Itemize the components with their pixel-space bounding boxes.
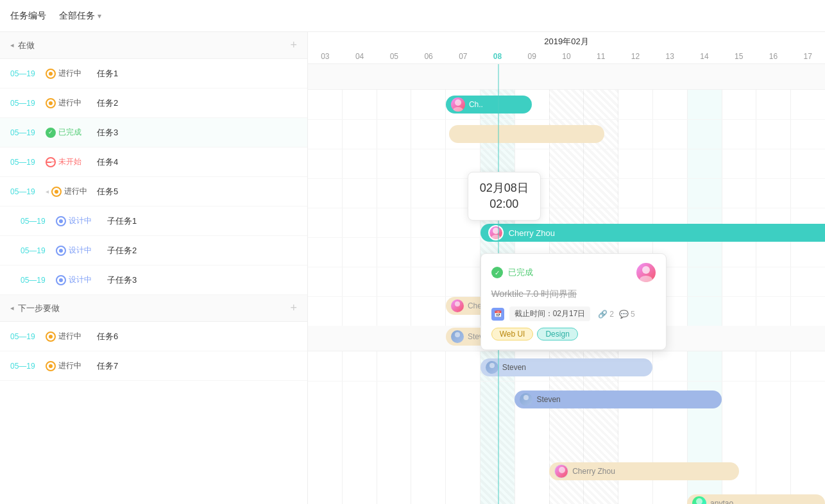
avatar xyxy=(451,97,465,112)
bar-label: Cherry Zhou xyxy=(572,467,615,476)
gantt-day: 17 xyxy=(790,52,825,61)
svg-point-3 xyxy=(491,235,500,239)
bar-label: Steven xyxy=(502,363,526,372)
gantt-body: Ch.. Cherry Zhou xyxy=(308,64,825,504)
task-name[interactable]: 任务6 xyxy=(97,331,118,342)
task-name[interactable]: 子任务2 xyxy=(107,245,137,256)
task-status: 进行中 xyxy=(46,97,97,108)
status-in-progress-icon xyxy=(51,187,62,197)
gantt-day: 11 xyxy=(584,52,618,61)
status-label: 进行中 xyxy=(64,186,87,197)
gantt-bar-task6-cherry[interactable]: Cherry Zhou xyxy=(549,462,739,480)
svg-point-6 xyxy=(489,363,495,368)
task-date: 05—19 xyxy=(10,128,46,137)
tag-webui[interactable]: Web UI xyxy=(491,328,534,340)
gantt-col xyxy=(411,64,446,504)
status-label: 进行中 xyxy=(58,331,81,342)
svg-point-10 xyxy=(642,266,650,274)
avatar xyxy=(488,225,504,240)
task-status: 未开始 xyxy=(46,156,97,167)
task-status: 进行中 xyxy=(46,331,97,342)
task-date: 05—19 xyxy=(10,362,46,371)
task-name[interactable]: 子任务1 xyxy=(107,215,137,227)
gantt-day: 14 xyxy=(687,52,722,61)
task-status: 设计中 xyxy=(56,215,107,226)
gantt-day: 09 xyxy=(515,52,549,61)
svg-point-0 xyxy=(455,99,461,106)
group-name-next: 下一步要做 xyxy=(18,303,290,314)
gantt-day: 12 xyxy=(618,52,653,61)
task-name[interactable]: 子任务3 xyxy=(107,274,137,286)
gantt-col xyxy=(377,64,412,504)
chevron-icon: ▾ xyxy=(98,12,101,21)
gantt-bar-task7-anytao[interactable]: anytao xyxy=(687,494,825,504)
svg-point-8 xyxy=(559,467,565,473)
all-tasks-label: 全部任务 xyxy=(59,10,95,22)
task-date: 05—19 xyxy=(10,99,46,108)
popup-title: Worktile 7.0 时间界面 xyxy=(491,289,656,300)
status-designing-icon xyxy=(56,246,66,256)
bar-label: Ch.. xyxy=(469,100,483,109)
task-name[interactable]: 任务1 xyxy=(97,68,118,80)
popup-comments: 💬 5 xyxy=(619,310,635,319)
task-name[interactable]: 任务2 xyxy=(97,97,118,109)
svg-point-9 xyxy=(696,498,702,504)
date-tooltip: 02月08日 02:00 xyxy=(468,172,541,221)
task-date: 05—19 xyxy=(21,217,56,226)
popup-meta: 📅 截止时间：02月17日 🔗 2 💬 5 xyxy=(491,307,656,321)
all-tasks-dropdown[interactable]: 全部任务 ▾ xyxy=(59,10,101,22)
task-date: 05—19 xyxy=(10,158,46,167)
gantt-bar-task2[interactable] xyxy=(449,125,604,143)
task-name[interactable]: 任务7 xyxy=(97,360,118,372)
gantt-day: 07 xyxy=(446,52,481,61)
status-label: 进行中 xyxy=(58,68,81,79)
status-label: 进行中 xyxy=(58,360,81,371)
gantt-day: 13 xyxy=(652,52,687,61)
bar-label: anytao xyxy=(710,499,733,504)
main-area: ◂ 在做 + 05—19 进行中 任务1 05—19 进行中 xyxy=(0,32,825,504)
group-add-button-next[interactable]: + xyxy=(290,301,297,315)
gantt-bar-subtask-steven1[interactable]: Steven xyxy=(481,358,653,376)
avatar xyxy=(692,496,706,504)
header: 任务编号 全部任务 ▾ xyxy=(0,0,825,32)
status-designing-icon xyxy=(56,275,66,285)
task-name[interactable]: 任务4 xyxy=(97,156,118,168)
gantt-bar-subtask-steven2[interactable]: Steven xyxy=(515,391,721,408)
subtask-row: 05—19 设计中 子任务3 xyxy=(0,265,307,295)
gantt-col-highlight xyxy=(688,64,722,504)
left-panel: ◂ 在做 + 05—19 进行中 任务1 05—19 进行中 xyxy=(0,32,308,504)
expand-arrow-icon[interactable]: ◂ xyxy=(46,188,49,195)
gantt-bar-task3-cherry[interactable]: Cherry Zhou xyxy=(481,224,825,242)
subtask-row: 05—19 设计中 子任务2 xyxy=(0,236,307,265)
task-date: 05—19 xyxy=(10,332,46,341)
gantt-bar-task1[interactable]: Ch.. xyxy=(446,96,532,113)
row-divider xyxy=(308,149,825,149)
task-status: 已完成 xyxy=(46,127,97,138)
task-status: 设计中 xyxy=(56,274,107,285)
svg-point-1 xyxy=(453,107,463,112)
task-popup: ✓ 已完成 Worktile 7.0 时间界面 📅 xyxy=(481,253,667,350)
popup-status-label: 已完成 xyxy=(508,267,533,278)
bar-label: Steven xyxy=(536,395,560,404)
svg-point-5 xyxy=(455,332,460,337)
tag-design[interactable]: Design xyxy=(537,328,577,340)
status-label: 已完成 xyxy=(58,127,81,138)
task-name[interactable]: 任务5 xyxy=(97,186,118,197)
gantt-panel: 2019年02月 03 04 05 06 07 08 09 10 11 12 1… xyxy=(308,32,825,504)
group-add-button[interactable]: + xyxy=(290,38,297,52)
status-label: 进行中 xyxy=(58,97,81,108)
status-label: 未开始 xyxy=(58,156,81,167)
task-status: 进行中 xyxy=(46,68,97,79)
gantt-day: 16 xyxy=(756,52,791,61)
task-row: 05—19 进行中 任务7 xyxy=(0,351,307,381)
popup-tags: Web UI Design xyxy=(491,328,656,340)
task-status: 进行中 xyxy=(46,360,97,371)
gantt-group-row xyxy=(308,64,825,90)
avatar xyxy=(554,464,568,478)
task-name[interactable]: 任务3 xyxy=(97,127,118,139)
task-status: ◂ 进行中 xyxy=(46,186,97,197)
popup-avatar xyxy=(636,263,656,282)
subtask-row: 05—19 设计中 子任务1 xyxy=(0,206,307,236)
group-header-next: ◂ 下一步要做 + xyxy=(0,295,307,322)
gantt-days: 03 04 05 06 07 08 09 10 11 12 13 14 15 1… xyxy=(308,49,825,63)
